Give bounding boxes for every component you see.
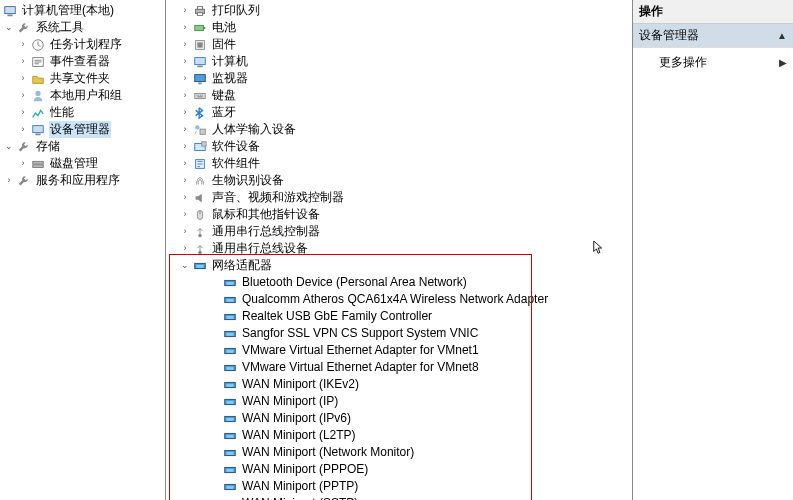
spacer-icon	[210, 482, 220, 492]
nav-group[interactable]: ⌄系统工具	[0, 19, 165, 36]
device-category[interactable]: ›计算机	[166, 53, 632, 70]
spacer-icon	[210, 465, 220, 475]
nav-item[interactable]: ›磁盘管理	[0, 155, 165, 172]
nav-item[interactable]: ›事件查看器	[0, 53, 165, 70]
device-category[interactable]: ›打印队列	[166, 2, 632, 19]
nav-group[interactable]: ⌄存储	[0, 138, 165, 155]
nav-root[interactable]: 计算机管理(本地)	[0, 2, 165, 19]
network-adapter-item[interactable]: WAN Miniport (L2TP)	[166, 427, 632, 444]
device-category[interactable]: ›鼠标和其他指针设备	[166, 206, 632, 223]
network-adapter-item[interactable]: Realtek USB GbE Family Controller	[166, 308, 632, 325]
spacer-icon	[210, 380, 220, 390]
network-adapter-item[interactable]: Bluetooth Device (Personal Area Network)	[166, 274, 632, 291]
actions-section-label: 设备管理器	[639, 27, 699, 44]
chevron-right-icon[interactable]: ›	[180, 74, 190, 84]
nav-item[interactable]: ›设备管理器	[0, 121, 165, 138]
network-adapter-item[interactable]: WAN Miniport (PPTP)	[166, 478, 632, 495]
chevron-right-icon[interactable]: ›	[180, 23, 190, 33]
chevron-right-icon[interactable]: ›	[180, 159, 190, 169]
nav-item[interactable]: ›任务计划程序	[0, 36, 165, 53]
nav-item[interactable]: ›本地用户和组	[0, 87, 165, 104]
chevron-right-icon[interactable]: ›	[180, 227, 190, 237]
chevron-down-icon[interactable]: ⌄	[4, 142, 14, 152]
chevron-right-icon[interactable]: ›	[180, 142, 190, 152]
chevron-right-icon[interactable]: ›	[18, 125, 28, 135]
device-category[interactable]: ›蓝牙	[166, 104, 632, 121]
network-icon	[222, 360, 238, 376]
device-category[interactable]: ›软件组件	[166, 155, 632, 172]
wrench-icon	[16, 20, 32, 36]
chevron-down-icon[interactable]: ⌄	[4, 23, 14, 33]
device-category[interactable]: ›声音、视频和游戏控制器	[166, 189, 632, 206]
network-adapter-item[interactable]: WAN Miniport (IPv6)	[166, 410, 632, 427]
device-category[interactable]: ›软件设备	[166, 138, 632, 155]
chevron-right-icon[interactable]: ›	[18, 159, 28, 169]
network-adapter-item[interactable]: WAN Miniport (Network Monitor)	[166, 444, 632, 461]
network-adapter-item[interactable]: WAN Miniport (PPPOE)	[166, 461, 632, 478]
nav-group[interactable]: ›服务和应用程序	[0, 172, 165, 189]
spacer-icon	[210, 363, 220, 373]
svg-rect-12	[195, 25, 204, 30]
device-label: 键盘	[211, 87, 237, 104]
device-category[interactable]: ›监视器	[166, 70, 632, 87]
software-component-icon	[192, 156, 208, 172]
device-label: WAN Miniport (IP)	[241, 393, 339, 410]
network-adapter-item[interactable]: VMware Virtual Ethernet Adapter for VMne…	[166, 342, 632, 359]
chevron-right-icon[interactable]: ›	[180, 40, 190, 50]
network-adapter-item[interactable]: VMware Virtual Ethernet Adapter for VMne…	[166, 359, 632, 376]
device-category[interactable]: ›通用串行总线控制器	[166, 223, 632, 240]
chevron-right-icon[interactable]: ›	[18, 91, 28, 101]
svg-rect-31	[197, 265, 204, 268]
network-adapter-item[interactable]: Sangfor SSL VPN CS Support System VNIC	[166, 325, 632, 342]
svg-rect-37	[227, 316, 234, 319]
chevron-right-icon[interactable]: ›	[180, 57, 190, 67]
bluetooth-icon	[192, 105, 208, 121]
device-category[interactable]: ›人体学输入设备	[166, 121, 632, 138]
chevron-right-icon[interactable]: ›	[180, 210, 190, 220]
device-category[interactable]: ⌄网络适配器	[166, 257, 632, 274]
more-actions-item[interactable]: 更多操作 ▶	[633, 48, 793, 77]
svg-rect-57	[227, 486, 234, 489]
network-icon	[222, 275, 238, 291]
wrench-icon	[16, 139, 32, 155]
chevron-right-icon[interactable]: ›	[18, 74, 28, 84]
device-category[interactable]: ›生物识别设备	[166, 172, 632, 189]
network-icon	[222, 326, 238, 342]
chevron-right-icon[interactable]: ›	[180, 193, 190, 203]
network-adapter-item[interactable]: Qualcomm Atheros QCA61x4A Wireless Netwo…	[166, 291, 632, 308]
spacer-icon	[210, 431, 220, 441]
actions-section[interactable]: 设备管理器 ▲	[633, 24, 793, 48]
chevron-right-icon[interactable]: ›	[180, 244, 190, 254]
device-label: WAN Miniport (Network Monitor)	[241, 444, 415, 461]
chevron-right-icon[interactable]: ›	[180, 108, 190, 118]
nav-item[interactable]: ›性能	[0, 104, 165, 121]
chevron-right-icon[interactable]: ›	[180, 125, 190, 135]
chevron-down-icon[interactable]: ⌄	[180, 261, 190, 271]
chevron-right-icon[interactable]: ›	[18, 57, 28, 67]
svg-rect-22	[200, 129, 205, 134]
device-category[interactable]: ›键盘	[166, 87, 632, 104]
svg-rect-35	[227, 299, 234, 302]
chevron-right-icon[interactable]: ›	[18, 40, 28, 50]
network-adapter-item[interactable]: WAN Miniport (IP)	[166, 393, 632, 410]
nav-item[interactable]: ›共享文件夹	[0, 70, 165, 87]
device-label: 软件设备	[211, 138, 261, 155]
device-category[interactable]: ›电池	[166, 19, 632, 36]
device-category[interactable]: ›通用串行总线设备	[166, 240, 632, 257]
chevron-right-icon[interactable]: ›	[180, 91, 190, 101]
device-category[interactable]: ›固件	[166, 36, 632, 53]
svg-rect-1	[7, 14, 12, 16]
software-device-icon	[192, 139, 208, 155]
device-label: WAN Miniport (IKEv2)	[241, 376, 360, 393]
device-label: 网络适配器	[211, 257, 273, 274]
network-icon	[222, 309, 238, 325]
chevron-right-icon[interactable]: ›	[180, 6, 190, 16]
network-icon	[222, 445, 238, 461]
shared-folders-icon	[30, 71, 46, 87]
network-adapter-item[interactable]: WAN Miniport (IKEv2)	[166, 376, 632, 393]
chevron-right-icon[interactable]: ›	[18, 108, 28, 118]
chevron-right-icon[interactable]: ›	[4, 176, 14, 186]
chevron-right-icon[interactable]: ›	[180, 176, 190, 186]
firmware-icon	[192, 37, 208, 53]
network-adapter-item[interactable]: WAN Miniport (SSTP)	[166, 495, 632, 500]
